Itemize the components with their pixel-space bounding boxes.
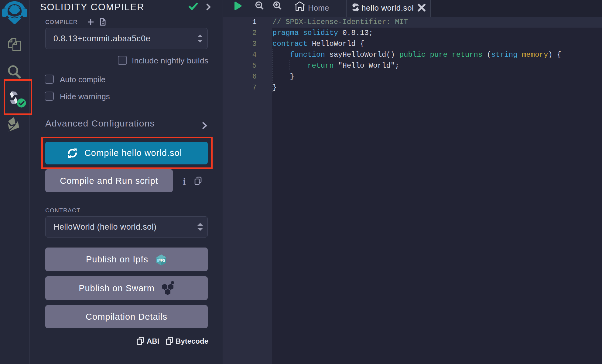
svg-text:IPFS: IPFS xyxy=(157,258,166,263)
